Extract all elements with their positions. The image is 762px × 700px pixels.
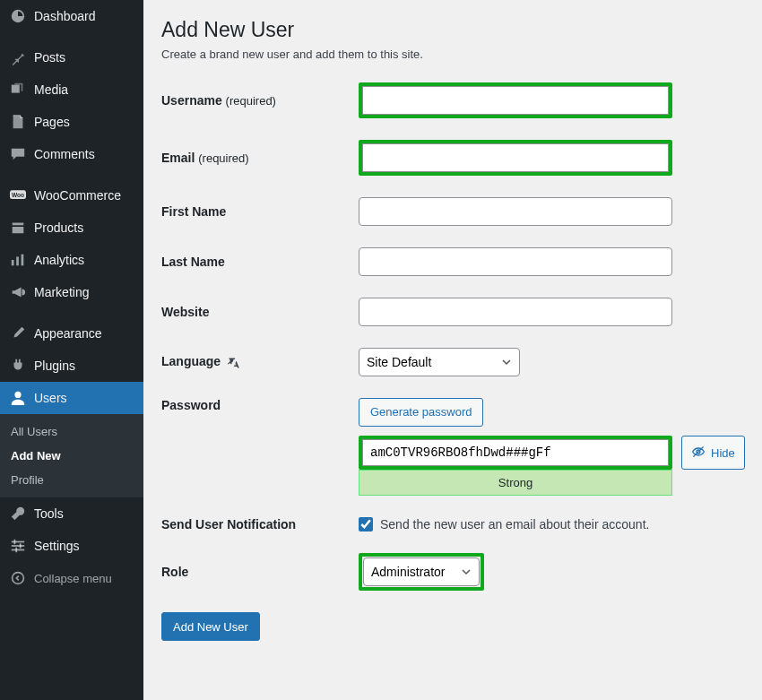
add-new-user-button[interactable]: Add New User — [161, 612, 260, 641]
submenu-profile[interactable]: Profile — [0, 468, 143, 492]
row-password: Password Generate password Hide Strong — [161, 398, 744, 496]
products-icon — [9, 219, 27, 237]
sidebar-label: WooCommerce — [34, 188, 121, 203]
admin-sidebar: Dashboard Posts Media Pages Comments Woo… — [0, 0, 143, 700]
password-input[interactable] — [362, 439, 669, 466]
username-highlight — [359, 82, 672, 118]
sidebar-label: Posts — [34, 50, 65, 65]
sidebar-label: Media — [34, 82, 68, 97]
sidebar-item-dashboard[interactable]: Dashboard — [0, 0, 143, 32]
page-title: Add New User — [161, 18, 744, 42]
sidebar-label: Products — [34, 220, 83, 235]
users-submenu: All Users Add New Profile — [0, 414, 143, 497]
sidebar-item-products[interactable]: Products — [0, 212, 143, 244]
media-icon — [9, 81, 27, 99]
role-highlight: Administrator — [359, 553, 484, 591]
sidebar-item-marketing[interactable]: Marketing — [0, 276, 143, 308]
first-name-label: First Name — [161, 204, 359, 219]
collapse-label: Collapse menu — [34, 572, 112, 585]
generate-password-button[interactable]: Generate password — [359, 398, 483, 427]
row-send-notification: Send User Notification Send the new user… — [161, 517, 744, 531]
svg-rect-7 — [12, 545, 24, 547]
svg-rect-6 — [12, 541, 24, 543]
sidebar-label: Analytics — [34, 253, 84, 267]
row-first-name: First Name — [161, 197, 744, 226]
sidebar-item-appearance[interactable]: Appearance — [0, 317, 143, 350]
username-input[interactable] — [362, 86, 669, 115]
sidebar-item-media[interactable]: Media — [0, 73, 143, 106]
settings-icon — [9, 537, 27, 555]
send-notification-checkbox[interactable] — [359, 517, 373, 531]
pin-icon — [9, 48, 27, 66]
last-name-input[interactable] — [359, 247, 672, 276]
password-highlight — [359, 436, 672, 470]
email-label: Email (required) — [161, 151, 359, 165]
sidebar-label: Marketing — [34, 285, 89, 299]
send-notification-label: Send User Notification — [161, 517, 359, 531]
translate-icon — [228, 356, 242, 370]
send-notification-text: Send the new user an email about their a… — [380, 517, 649, 531]
svg-rect-9 — [14, 540, 16, 544]
sidebar-item-users[interactable]: Users — [0, 382, 143, 414]
role-select[interactable]: Administrator — [363, 557, 480, 586]
sidebar-item-posts[interactable]: Posts — [0, 41, 143, 73]
role-label: Role — [161, 565, 359, 579]
language-select[interactable]: Site Default — [359, 348, 520, 376]
language-label: Language — [161, 354, 359, 369]
svg-rect-8 — [12, 549, 24, 551]
pages-icon — [9, 113, 27, 131]
sidebar-label: Settings — [34, 539, 80, 553]
main-content: Add New User Create a brand new user and… — [143, 0, 762, 700]
sidebar-label: Pages — [34, 115, 70, 129]
svg-rect-4 — [22, 255, 24, 266]
password-label: Password — [161, 398, 359, 412]
sidebar-item-pages[interactable]: Pages — [0, 106, 143, 138]
svg-rect-2 — [12, 260, 14, 265]
send-notification-checkbox-label[interactable]: Send the new user an email about their a… — [359, 517, 744, 531]
svg-point-12 — [13, 573, 24, 584]
sidebar-item-comments[interactable]: Comments — [0, 138, 143, 170]
page-description: Create a brand new user and add them to … — [161, 48, 744, 61]
sidebar-label: Comments — [34, 147, 95, 161]
website-input[interactable] — [359, 298, 672, 326]
tools-icon — [9, 505, 27, 523]
comments-icon — [9, 145, 27, 163]
sidebar-label: Users — [34, 391, 67, 405]
submenu-all-users[interactable]: All Users — [0, 419, 143, 444]
website-label: Website — [161, 305, 359, 319]
sidebar-item-woocommerce[interactable]: Woo WooCommerce — [0, 179, 143, 212]
collapse-menu[interactable]: Collapse menu — [0, 562, 143, 594]
last-name-label: Last Name — [161, 255, 359, 269]
svg-text:Woo: Woo — [12, 192, 24, 198]
email-highlight — [359, 140, 672, 176]
row-role: Role Administrator — [161, 553, 744, 591]
sidebar-label: Dashboard — [34, 9, 96, 23]
first-name-input[interactable] — [359, 197, 672, 226]
sidebar-label: Appearance — [34, 326, 102, 341]
row-email: Email (required) — [161, 140, 744, 176]
hide-password-button[interactable]: Hide — [681, 436, 745, 470]
row-website: Website — [161, 298, 744, 326]
row-language: Language Site Default — [161, 348, 744, 376]
sidebar-label: Tools — [34, 506, 64, 521]
svg-rect-3 — [16, 256, 19, 265]
sidebar-item-tools[interactable]: Tools — [0, 497, 143, 530]
username-label: Username (required) — [161, 93, 359, 108]
row-last-name: Last Name — [161, 247, 744, 276]
eye-slash-icon — [691, 445, 706, 462]
brush-icon — [9, 324, 27, 342]
analytics-icon — [9, 251, 27, 269]
sidebar-item-plugins[interactable]: Plugins — [0, 350, 143, 382]
email-input[interactable] — [362, 143, 669, 172]
sidebar-item-analytics[interactable]: Analytics — [0, 244, 143, 276]
svg-rect-11 — [15, 548, 17, 552]
svg-point-5 — [14, 392, 21, 398]
submenu-add-new[interactable]: Add New — [0, 444, 143, 468]
dashboard-icon — [9, 7, 27, 25]
woocommerce-icon: Woo — [9, 186, 27, 204]
sidebar-item-settings[interactable]: Settings — [0, 530, 143, 562]
users-icon — [9, 389, 27, 407]
sidebar-label: Plugins — [34, 359, 75, 373]
svg-rect-10 — [20, 543, 22, 548]
row-username: Username (required) — [161, 82, 744, 118]
